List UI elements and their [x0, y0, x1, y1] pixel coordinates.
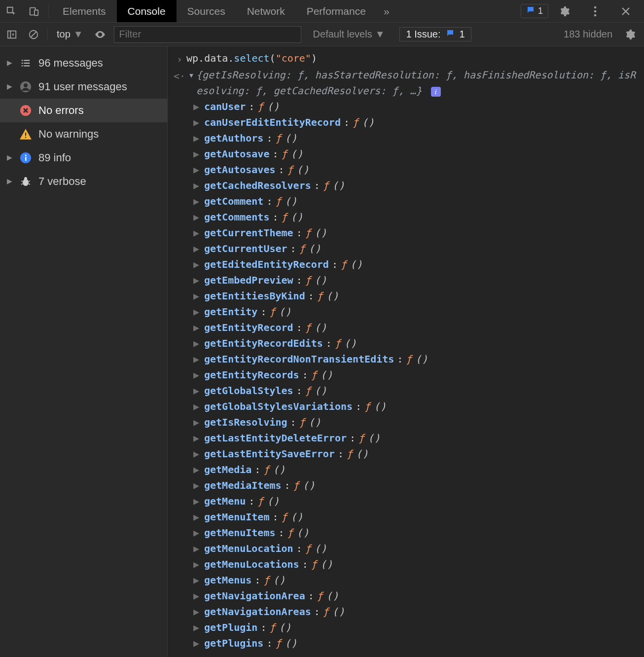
object-property[interactable]: ▶canUser: ƒ ()	[193, 99, 644, 114]
sidebar-row-warnings[interactable]: ▶No warnings	[0, 122, 167, 146]
device-toolbar-icon[interactable]	[23, 0, 45, 22]
chevron-right-icon[interactable]: ▶	[193, 525, 201, 541]
chevron-right-icon[interactable]: ▶	[193, 383, 201, 399]
chevron-right-icon[interactable]: ▶	[6, 178, 13, 185]
chevron-right-icon[interactable]: ▶	[6, 83, 13, 90]
object-property[interactable]: ▶getMenuLocation: ƒ ()	[193, 541, 644, 556]
chevron-right-icon[interactable]: ▶	[193, 430, 201, 446]
object-expand-toggle[interactable]: ▾	[186, 67, 196, 83]
tabs-overflow[interactable]: »	[377, 0, 396, 22]
object-property[interactable]: ▶getMediaItems: ƒ ()	[193, 477, 644, 493]
object-property[interactable]: ▶getEntitiesByKind: ƒ ()	[193, 288, 644, 304]
chevron-right-icon[interactable]: ▶	[193, 556, 201, 572]
chevron-right-icon[interactable]: ▶	[193, 288, 201, 304]
chevron-right-icon[interactable]: ▶	[193, 162, 201, 178]
sidebar-row-verbose[interactable]: ▶7 verbose	[0, 170, 167, 193]
chevron-right-icon[interactable]: ▶	[193, 462, 201, 477]
issues-button[interactable]: 1 Issue: 1	[399, 27, 471, 41]
chevron-right-icon[interactable]: ▶	[193, 256, 201, 272]
close-devtools-icon[interactable]	[614, 6, 637, 16]
chevron-right-icon[interactable]: ▶	[6, 60, 13, 67]
object-property[interactable]: ▶getMenuItems: ƒ ()	[193, 525, 644, 541]
object-property[interactable]: ▶getCurrentUser: ƒ ()	[193, 241, 644, 256]
object-property[interactable]: ▶getPlugin: ƒ ()	[193, 620, 644, 635]
object-property[interactable]: ▶getMenuItem: ƒ ()	[193, 509, 644, 525]
inspect-element-icon[interactable]	[0, 0, 23, 22]
object-property[interactable]: ▶getAutosave: ƒ ()	[193, 146, 644, 162]
object-property[interactable]: ▶getMenuLocations: ƒ ()	[193, 556, 644, 572]
object-property[interactable]: ▶getEntityRecordNonTransientEdits: ƒ ()	[193, 351, 644, 367]
chevron-right-icon[interactable]: ▶	[193, 367, 201, 383]
sidebar-row-user-messages[interactable]: ▶91 user messages	[0, 75, 167, 99]
object-property[interactable]: ▶getEntityRecords: ƒ ()	[193, 367, 644, 383]
chevron-right-icon[interactable]: ▶	[193, 304, 201, 320]
tab-network[interactable]: Network	[236, 0, 296, 22]
object-summary[interactable]: {getIsResolving: ƒ, hasStartedResolution…	[196, 69, 636, 97]
chevron-right-icon[interactable]: ▶	[193, 209, 201, 225]
chevron-right-icon[interactable]: ▶	[193, 509, 201, 525]
chevron-right-icon[interactable]: ▶	[193, 351, 201, 367]
chevron-right-icon[interactable]: ▶	[193, 620, 201, 635]
chevron-right-icon[interactable]: ▶	[193, 493, 201, 509]
chevron-right-icon[interactable]: ▶	[193, 588, 201, 604]
chevron-right-icon[interactable]: ▶	[193, 146, 201, 162]
console-output[interactable]: › wp.data.select("core") <· ▾ {getIsReso…	[168, 46, 644, 657]
tab-performance[interactable]: Performance	[296, 0, 377, 22]
object-property[interactable]: ▶canUserEditEntityRecord: ƒ ()	[193, 114, 644, 130]
chevron-right-icon[interactable]: ▶	[193, 635, 201, 651]
tab-console[interactable]: Console	[117, 0, 177, 22]
chevron-right-icon[interactable]: ▶	[193, 446, 201, 462]
chevron-right-icon[interactable]: ▶	[193, 272, 201, 288]
sidebar-row-errors[interactable]: ▶No errors	[0, 99, 167, 122]
chevron-right-icon[interactable]: ▶	[193, 414, 201, 430]
object-property[interactable]: ▶getGlobalStyles: ƒ ()	[193, 383, 644, 399]
object-property[interactable]: ▶getNavigationAreas: ƒ ()	[193, 604, 644, 620]
tab-sources[interactable]: Sources	[177, 0, 236, 22]
chevron-right-icon[interactable]: ▶	[193, 130, 201, 146]
chevron-right-icon[interactable]: ▶	[193, 399, 201, 414]
object-property[interactable]: ▶getCurrentTheme: ƒ ()	[193, 225, 644, 241]
chevron-right-icon[interactable]: ▶	[193, 241, 201, 256]
object-property[interactable]: ▶getLastEntitySaveError: ƒ ()	[193, 446, 644, 462]
chevron-right-icon[interactable]: ▶	[193, 99, 201, 114]
object-property[interactable]: ▶getAutosaves: ƒ ()	[193, 162, 644, 178]
object-property[interactable]: ▶getIsResolving: ƒ ()	[193, 414, 644, 430]
issues-badge[interactable]: 1	[521, 4, 548, 18]
kebab-menu-icon[interactable]	[584, 6, 607, 17]
object-property[interactable]: ▶getEmbedPreview: ƒ ()	[193, 272, 644, 288]
settings-gear-icon[interactable]	[553, 6, 576, 17]
console-settings-gear-icon[interactable]	[622, 27, 638, 42]
object-property[interactable]: ▶getNavigationArea: ƒ ()	[193, 588, 644, 604]
object-property[interactable]: ▶getCachedResolvers: ƒ ()	[193, 178, 644, 193]
object-property[interactable]: ▶getEntity: ƒ ()	[193, 304, 644, 320]
log-levels-select[interactable]: Default levels ▼	[313, 29, 385, 40]
chevron-right-icon[interactable]: ▶	[6, 154, 13, 161]
object-property[interactable]: ▶getComment: ƒ ()	[193, 193, 644, 209]
chevron-right-icon[interactable]: ▶	[193, 114, 201, 130]
chevron-right-icon[interactable]: ▶	[193, 541, 201, 556]
object-property[interactable]: ▶getLastEntityDeleteError: ƒ ()	[193, 430, 644, 446]
object-property[interactable]: ▶getGlobalStylesVariations: ƒ ()	[193, 399, 644, 414]
hidden-messages-count[interactable]: 183 hidden	[564, 29, 612, 40]
object-property[interactable]: ▶getComments: ƒ ()	[193, 209, 644, 225]
chevron-right-icon[interactable]: ▶	[193, 225, 201, 241]
sidebar-row-messages[interactable]: ▶96 messages	[0, 51, 167, 75]
execution-context-select[interactable]: top ▼	[54, 29, 86, 40]
object-property[interactable]: ▶getPlugins: ƒ ()	[193, 635, 644, 651]
object-property[interactable]: ▶getAuthors: ƒ ()	[193, 130, 644, 146]
chevron-right-icon[interactable]: ▶	[193, 335, 201, 351]
chevron-right-icon[interactable]: ▶	[193, 178, 201, 193]
object-property[interactable]: ▶getEditedEntityRecord: ƒ ()	[193, 256, 644, 272]
chevron-right-icon[interactable]: ▶	[193, 572, 201, 588]
live-expression-icon[interactable]	[92, 27, 108, 42]
chevron-right-icon[interactable]: ▶	[193, 320, 201, 335]
object-property[interactable]: ▶getMedia: ƒ ()	[193, 462, 644, 477]
object-property[interactable]: ▶getEntityRecord: ƒ ()	[193, 320, 644, 335]
object-property[interactable]: ▶getEntityRecordEdits: ƒ ()	[193, 335, 644, 351]
chevron-right-icon[interactable]: ▶	[193, 604, 201, 620]
sidebar-row-info[interactable]: ▶89 info	[0, 146, 167, 170]
sidebar-toggle-icon[interactable]	[4, 27, 20, 42]
chevron-right-icon[interactable]: ▶	[193, 477, 201, 493]
chevron-right-icon[interactable]: ▶	[193, 193, 201, 209]
filter-input[interactable]	[114, 26, 301, 43]
